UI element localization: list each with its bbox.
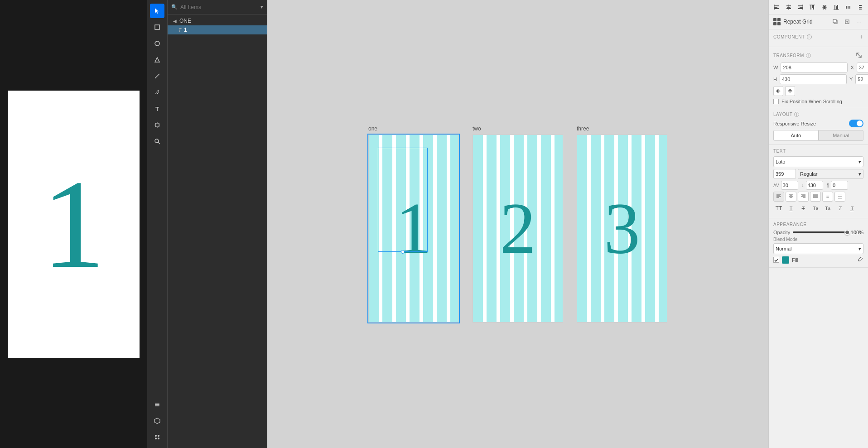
svg-rect-28 [800,7,803,8]
distribute-h-btn[interactable] [843,2,854,13]
fill-label: Fill [792,257,854,263]
line-height-input[interactable] [806,181,823,190]
align-middle-btn[interactable] [819,2,830,13]
layer-group-item-one[interactable]: ◀ ONE [168,16,267,25]
manual-btn[interactable]: Manual [819,130,864,141]
blend-mode-label: Blend Mode [773,237,863,242]
fill-checkbox[interactable] [773,257,779,263]
text-tool[interactable]: T [150,101,164,116]
auto-btn[interactable]: Auto [773,130,819,141]
layers-dropdown-btn[interactable]: ▾ [260,4,263,10]
layout-section: LAYOUT i Responsive Resize Auto Manual [769,108,868,145]
svg-line-10 [158,142,160,144]
text-align-left-icon [776,194,781,199]
align-bottom-btn[interactable] [831,2,842,13]
repeat-grid-more-btn[interactable]: ··· [854,17,863,26]
text-type-icon: T [178,28,181,33]
para-spacing-label: ¶ [827,183,829,188]
flip-v-btn[interactable] [785,86,795,96]
text-style-t-italic-btn[interactable]: T [834,203,845,213]
text-style-t-sub-btn[interactable]: Ta [822,203,833,213]
svg-point-16 [158,435,159,437]
ellipse-tool[interactable] [150,36,164,51]
svg-rect-13 [155,403,159,404]
flip-h-btn[interactable] [773,86,783,96]
responsive-resize-toggle[interactable] [849,120,863,127]
opacity-slider[interactable] [793,231,847,233]
align-justify2-text-btn[interactable]: ≡ [822,192,833,202]
text-style-tt-btn[interactable]: TT [773,203,784,213]
repeat-grid-copy-btn[interactable] [831,17,840,26]
distribute-v-btn[interactable] [855,2,866,13]
responsive-resize-icon[interactable] [854,51,863,60]
artboard-three[interactable]: 3 [577,135,667,323]
layers-search-input[interactable] [180,4,258,10]
align-top-btn[interactable] [807,2,818,13]
blend-mode-select[interactable]: Normal ▾ [773,243,863,254]
transform-label-row: TRANSFORM i [773,51,863,60]
align-center-h-btn[interactable] [783,2,794,13]
svg-rect-44 [848,6,849,9]
fill-color-swatch[interactable] [782,256,789,264]
text-style-t-strike-btn[interactable]: T [798,203,809,213]
align-right-text-btn[interactable] [798,192,809,202]
align-left-text-btn[interactable] [773,192,784,202]
pen-tool[interactable] [150,85,164,100]
align-justify-text-btn[interactable] [810,192,821,202]
assets-icon [154,434,160,440]
align-left-btn[interactable] [771,2,782,13]
text-metrics-row: AV ↕ ¶ [773,181,863,190]
select-tool[interactable] [150,4,164,18]
width-input[interactable] [781,63,848,72]
height-input[interactable] [780,74,847,84]
properties-panel: Repeat Grid ··· COMPONENT i + TRANSFO [768,0,868,448]
flip-h-icon [776,88,781,94]
char-spacing-input[interactable] [781,181,798,190]
layers-tool[interactable] [150,397,164,412]
w-label: W [773,65,778,70]
plugins-tool[interactable] [150,414,164,428]
line-tool[interactable] [150,69,164,83]
artboard-one[interactable]: 1 [368,135,459,323]
component-add-btn[interactable]: + [859,33,863,40]
eyedropper-btn[interactable] [857,256,863,264]
layer-child-item[interactable]: T 1 [168,25,267,34]
svg-rect-31 [810,5,811,10]
svg-rect-11 [155,405,159,406]
svg-rect-4 [155,123,159,127]
align-justify3-text-btn[interactable]: ☰ [834,192,845,202]
align-bottom-icon [833,4,839,10]
assets-tool[interactable] [150,430,164,444]
rectangle-tool[interactable] [150,20,164,34]
opacity-slider-track [793,231,847,233]
align-center-text-btn[interactable] [786,192,796,202]
font-size-input[interactable] [773,169,796,179]
ellipse-icon [154,40,160,47]
text-label-row: TEXT [773,149,863,154]
font-style-select[interactable]: Regular ▾ [798,169,863,179]
zoom-tool[interactable] [150,134,164,149]
repeat-grid-section: Repeat Grid ··· [769,14,868,29]
x-input[interactable] [857,63,868,72]
artboard-tool[interactable] [150,118,164,132]
artboard-label-three: three [577,125,589,132]
repeat-grid-label: Repeat Grid [783,19,828,25]
artboard-container-one: one 1 [368,125,459,323]
text-style-t-dotted-btn[interactable]: T [847,203,858,213]
fix-scroll-checkbox[interactable] [773,99,779,104]
para-spacing-input[interactable] [831,181,848,190]
text-style-t-super-btn[interactable]: Ta [810,203,821,213]
line-height-label: ↕ [802,183,804,188]
font-family-select[interactable]: Lato ▾ [773,156,863,167]
repeat-grid-paste-btn[interactable] [843,17,852,26]
svg-rect-32 [812,5,813,8]
text-style-t-under-btn[interactable]: T [786,203,796,213]
svg-rect-46 [859,5,862,6]
triangle-tool[interactable] [150,53,164,67]
align-right-btn[interactable] [795,2,806,13]
svg-rect-48 [859,9,862,10]
opacity-row: Opacity 100% [773,230,863,235]
artboard-two[interactable]: 2 [473,135,563,323]
y-input[interactable] [855,74,868,84]
svg-rect-40 [836,6,837,10]
